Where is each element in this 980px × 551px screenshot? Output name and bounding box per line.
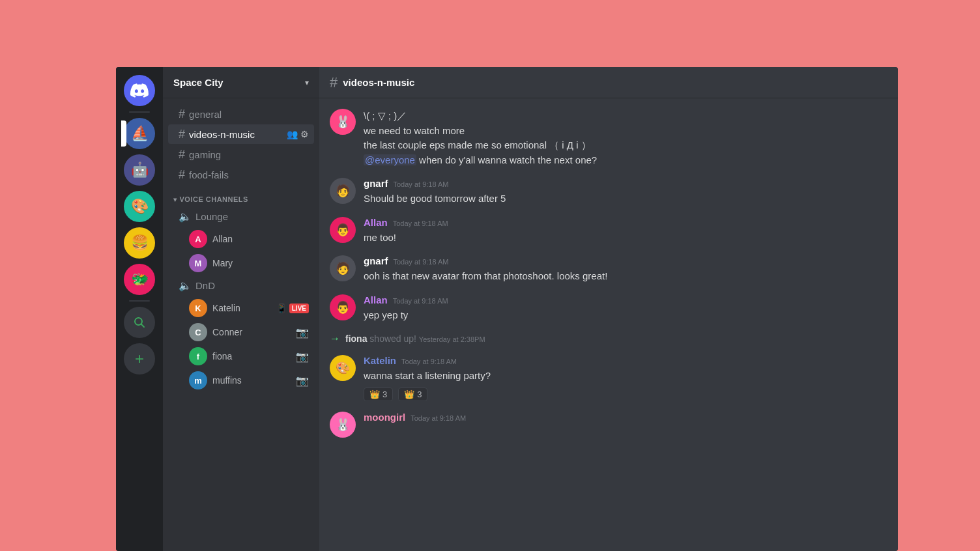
message-author-moongirl: moongirl bbox=[364, 412, 405, 423]
message-content-allan1: Allan Today at 9:18 AM me too! bbox=[364, 217, 887, 246]
add-member-icon[interactable]: 👥 bbox=[287, 129, 298, 139]
voice-member-conner[interactable]: C Conner 📷 bbox=[168, 320, 314, 344]
voice-member-katelin[interactable]: K Katelin 📱 LIVE bbox=[168, 296, 314, 320]
system-username-fiona: fiona bbox=[345, 333, 367, 344]
message-timestamp-katelin: Today at 9:18 AM bbox=[401, 358, 457, 365]
active-indicator bbox=[121, 120, 126, 147]
mention-everyone: @everyone bbox=[364, 154, 416, 165]
discord-app: ⛵ 🤖 🎨 🍔 🐲 + Space City ▾ bbox=[116, 67, 898, 551]
message-content-topuser: \( ; ▽ ; )／ we need to watch more the la… bbox=[364, 109, 887, 167]
reaction-count-2: 3 bbox=[417, 389, 422, 399]
channel-item-food-fails[interactable]: # food-fails bbox=[168, 165, 314, 184]
chat-messages: 🐰 \( ; ▽ ; )／ we need to watch more the … bbox=[319, 98, 898, 551]
chat-area: # videos-n-music 🐰 \( ; ▽ ; )／ we need t… bbox=[319, 67, 898, 551]
message-header-gnarf1: gnarf Today at 9:18 AM bbox=[364, 178, 887, 189]
reaction-crown-1[interactable]: 👑 3 bbox=[364, 388, 393, 401]
add-server-button[interactable]: + bbox=[124, 343, 155, 374]
server-header[interactable]: Space City ▾ bbox=[163, 67, 319, 98]
voice-channels-label: VOICE CHANNELS bbox=[180, 195, 248, 203]
screen-share-icon: 📱 bbox=[276, 304, 287, 313]
message-text-topuser-2: we need to watch more bbox=[364, 124, 887, 139]
server-icon-sv1[interactable]: ⛵ bbox=[124, 118, 155, 149]
message-text-allan1: me too! bbox=[364, 231, 887, 246]
avatar-allan-msg: 👨 bbox=[330, 217, 356, 243]
video-icon-conner: 📷 bbox=[296, 326, 309, 339]
channel-item-gaming[interactable]: # gaming bbox=[168, 145, 314, 164]
message-header-allan2: Allan Today at 9:18 AM bbox=[364, 294, 887, 305]
reactions-katelin: 👑 3 👑 3 bbox=[364, 384, 887, 401]
server-icon-sv2[interactable]: 🤖 bbox=[124, 154, 155, 186]
message-text-allan2: yep yep ty bbox=[364, 308, 887, 323]
server-icon-sv3[interactable]: 🎨 bbox=[124, 191, 155, 222]
system-text-fiona: fiona showed up! Yesterday at 2:38PM bbox=[345, 333, 485, 344]
join-arrow-icon: → bbox=[330, 333, 340, 345]
channel-item-videos-n-music[interactable]: # videos-n-music 👥 ⚙ bbox=[168, 124, 314, 144]
message-content-gnarf1: gnarf Today at 9:18 AM Should be good to… bbox=[364, 178, 887, 206]
voice-member-muffins[interactable]: m muffins 📷 bbox=[168, 369, 314, 392]
avatar-conner: C bbox=[189, 323, 207, 341]
server-divider bbox=[129, 111, 150, 113]
reaction-count-1: 3 bbox=[382, 389, 387, 399]
voice-channel-name-lounge: Lounge bbox=[195, 211, 309, 222]
server-indicator-sv1: ⛵ bbox=[124, 118, 155, 149]
channel-actions: 👥 ⚙ bbox=[287, 129, 309, 139]
live-badge: LIVE bbox=[289, 304, 309, 313]
message-group-allan2: 👨 Allan Today at 9:18 AM yep yep ty bbox=[330, 294, 887, 323]
avatar-fiona: f bbox=[189, 347, 207, 365]
voice-member-name-fiona: fiona bbox=[212, 351, 296, 361]
message-timestamp-allan2: Today at 9:18 AM bbox=[393, 297, 448, 305]
message-text-topuser-1: \( ; ▽ ; )／ bbox=[364, 109, 887, 124]
voice-member-allan[interactable]: A Allan bbox=[168, 227, 314, 251]
avatar-mary: M bbox=[189, 254, 207, 272]
message-timestamp-moongirl: Today at 9:18 AM bbox=[411, 414, 466, 422]
channel-name-food-fails: food-fails bbox=[189, 169, 309, 180]
voice-channels-category[interactable]: ▾ VOICE CHANNELS bbox=[163, 185, 319, 206]
discord-home-button[interactable] bbox=[124, 75, 155, 106]
message-author-gnarf2: gnarf bbox=[364, 255, 388, 266]
server-list: ⛵ 🤖 🎨 🍔 🐲 + bbox=[116, 67, 163, 551]
voice-member-fiona[interactable]: f fiona 📷 bbox=[168, 345, 314, 368]
message-group-allan1: 👨 Allan Today at 9:18 AM me too! bbox=[330, 217, 887, 246]
server-icon-sv4[interactable]: 🍔 bbox=[124, 227, 155, 259]
channel-list: # general # videos-n-music 👥 ⚙ # gaming … bbox=[163, 98, 319, 551]
avatar-allan: A bbox=[189, 230, 207, 248]
message-header-allan1: Allan Today at 9:18 AM bbox=[364, 217, 887, 228]
channel-name-general: general bbox=[189, 109, 309, 120]
avatar-gnarf2: 🧑 bbox=[330, 255, 356, 281]
avatar-katelin: K bbox=[189, 299, 207, 317]
server-icon-sv5[interactable]: 🐲 bbox=[124, 264, 155, 295]
channel-item-general[interactable]: # general bbox=[168, 104, 314, 124]
chat-hash-icon: # bbox=[330, 74, 338, 91]
voice-member-name-mary: Mary bbox=[212, 258, 309, 268]
voice-member-name-muffins: muffins bbox=[212, 375, 296, 386]
voice-member-mary[interactable]: M Mary bbox=[168, 251, 314, 275]
svg-line-1 bbox=[141, 324, 145, 328]
message-content-allan2: Allan Today at 9:18 AM yep yep ty bbox=[364, 294, 887, 323]
voice-channel-lounge[interactable]: 🔈 Lounge bbox=[168, 206, 314, 227]
reaction-crown-2[interactable]: 👑 3 bbox=[398, 388, 427, 401]
speaker-icon-dnd: 🔈 bbox=[179, 279, 192, 292]
message-header-gnarf2: gnarf Today at 9:18 AM bbox=[364, 255, 887, 266]
message-author-allan1: Allan bbox=[364, 217, 388, 228]
message-timestamp-gnarf2: Today at 9:18 AM bbox=[394, 258, 449, 266]
message-header-moongirl: moongirl Today at 9:18 AM bbox=[364, 412, 887, 423]
message-group-gnarf2: 🧑 gnarf Today at 9:18 AM ooh is that new… bbox=[330, 255, 887, 284]
message-content-gnarf2: gnarf Today at 9:18 AM ooh is that new a… bbox=[364, 255, 887, 284]
search-server-button[interactable] bbox=[124, 307, 155, 338]
message-text-topuser-3: the last couple eps made me so emotional… bbox=[364, 138, 887, 153]
message-text-gnarf2: ooh is that new avatar from that photosh… bbox=[364, 269, 887, 284]
voice-channel-dnd[interactable]: 🔈 DnD bbox=[168, 276, 314, 296]
message-text-katelin: wanna start a listening party? bbox=[364, 369, 887, 384]
speaker-icon: 🔈 bbox=[179, 210, 192, 223]
category-arrow-icon: ▾ bbox=[173, 196, 177, 203]
avatar-muffins: m bbox=[189, 371, 207, 389]
video-icon-fiona: 📷 bbox=[296, 350, 309, 363]
message-group-katelin: 🎨 Katelin Today at 9:18 AM wanna start a… bbox=[330, 355, 887, 401]
hash-icon: # bbox=[179, 148, 185, 160]
message-timestamp-allan1: Today at 9:18 AM bbox=[393, 219, 448, 227]
system-message-fiona: → fiona showed up! Yesterday at 2:38PM bbox=[330, 333, 887, 345]
avatar-katelin-msg: 🎨 bbox=[330, 355, 356, 381]
settings-icon[interactable]: ⚙ bbox=[300, 129, 309, 139]
message-content-katelin: Katelin Today at 9:18 AM wanna start a l… bbox=[364, 355, 887, 401]
hash-icon: # bbox=[179, 108, 185, 120]
